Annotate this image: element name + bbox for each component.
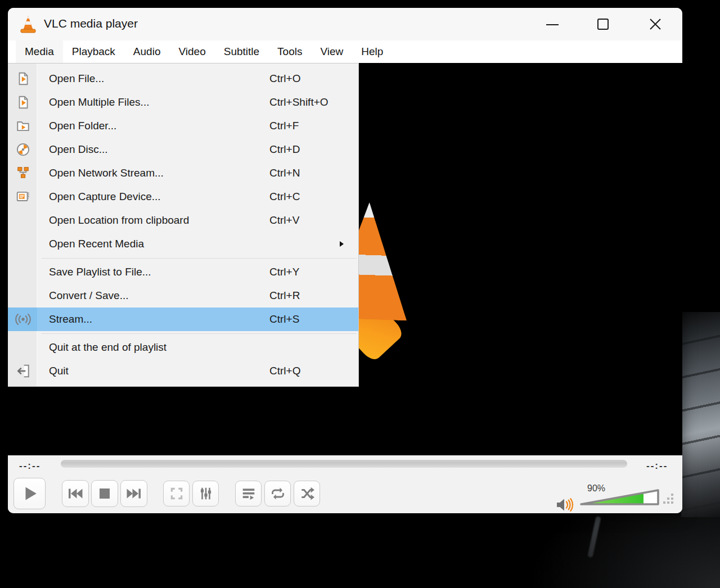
- menu-item-open-location-from-clipboard[interactable]: Open Location from clipboard Ctrl+V: [8, 209, 358, 232]
- menu-item-label: Stream...: [49, 313, 92, 325]
- folder-icon: [15, 118, 31, 134]
- menubar-item-help[interactable]: Help: [352, 40, 392, 63]
- menubar-item-playback[interactable]: Playback: [63, 40, 124, 63]
- menu-item-label: Open Multiple Files...: [49, 96, 149, 108]
- menu-separator: [8, 331, 358, 336]
- media-dropdown-menu: Open File... Ctrl+O Open Multiple Files.…: [8, 63, 359, 387]
- vlc-window: VLC media player Media Playback Audio Vi…: [8, 8, 682, 513]
- vlc-cone-icon: [20, 15, 36, 33]
- menu-item-open-multiple-files[interactable]: Open Multiple Files... Ctrl+Shift+O: [8, 91, 358, 114]
- elapsed-time: --:--: [19, 460, 40, 472]
- network-icon: [15, 165, 31, 181]
- play-button[interactable]: [14, 478, 46, 509]
- next-icon: [125, 487, 142, 500]
- shuffle-icon: [300, 486, 314, 501]
- menu-item-label: Open Disc...: [49, 143, 108, 156]
- menu-item-label: Open Recent Media: [49, 238, 144, 250]
- close-icon: [649, 18, 662, 30]
- quit-icon: [15, 363, 31, 379]
- menu-bar: Media Playback Audio Video Subtitle Tool…: [8, 40, 682, 63]
- menu-item-shortcut: Ctrl+R: [269, 290, 300, 302]
- menubar-item-tools[interactable]: Tools: [268, 40, 311, 63]
- menubar-item-audio[interactable]: Audio: [124, 40, 170, 63]
- menu-item-label: Open Network Stream...: [49, 167, 164, 179]
- resize-grip[interactable]: [662, 492, 674, 507]
- menubar-item-subtitle[interactable]: Subtitle: [215, 40, 268, 63]
- menu-item-label: Open Capture Device...: [49, 191, 161, 203]
- menu-item-shortcut: Ctrl+Shift+O: [269, 96, 328, 108]
- menubar-item-media[interactable]: Media: [16, 40, 63, 63]
- file-play-icon: [15, 71, 31, 87]
- equalizer-icon: [199, 486, 213, 501]
- previous-button[interactable]: [62, 480, 89, 507]
- menu-item-quit[interactable]: Quit Ctrl+Q: [8, 359, 358, 383]
- menu-item-shortcut: Ctrl+Y: [269, 266, 299, 278]
- loop-icon: [270, 486, 286, 501]
- menu-item-shortcut: Ctrl+F: [269, 120, 299, 132]
- stop-button[interactable]: [91, 480, 118, 507]
- menu-item-label: Save Playlist to File...: [49, 266, 151, 278]
- menu-item-open-recent-media[interactable]: Open Recent Media: [8, 232, 358, 256]
- menu-item-label: Open Folder...: [49, 120, 116, 132]
- disc-icon: [15, 142, 31, 157]
- menu-item-shortcut: Ctrl+D: [269, 143, 300, 156]
- menu-item-shortcut: Ctrl+O: [269, 73, 300, 85]
- capture-card-icon: [15, 189, 31, 205]
- previous-icon: [67, 487, 84, 500]
- menu-item-label: Quit: [49, 365, 69, 377]
- menu-item-convert-save[interactable]: Convert / Save... Ctrl+R: [8, 284, 358, 307]
- broadcast-icon: [12, 311, 34, 327]
- next-button[interactable]: [120, 480, 147, 507]
- menu-item-quit-at-end-of-playlist[interactable]: Quit at the end of playlist: [8, 336, 358, 359]
- minimize-button[interactable]: [539, 8, 565, 40]
- menu-item-save-playlist[interactable]: Save Playlist to File... Ctrl+Y: [8, 260, 358, 284]
- maximize-icon: [597, 19, 609, 30]
- total-time: --:--: [646, 460, 668, 472]
- playlist-button[interactable]: [235, 481, 262, 506]
- menu-item-shortcut: Ctrl+S: [269, 313, 299, 325]
- loop-button[interactable]: [264, 481, 291, 506]
- play-icon: [21, 485, 38, 502]
- menu-item-label: Convert / Save...: [49, 290, 129, 302]
- menu-item-open-file[interactable]: Open File... Ctrl+O: [8, 67, 358, 91]
- maximize-button[interactable]: [590, 8, 616, 40]
- menu-item-label: Open Location from clipboard: [49, 214, 189, 227]
- close-button[interactable]: [642, 8, 668, 40]
- file-play-icon: [15, 94, 31, 110]
- seek-bar[interactable]: [61, 460, 627, 468]
- menu-item-open-folder[interactable]: Open Folder... Ctrl+F: [8, 114, 358, 138]
- volume-slider[interactable]: [578, 487, 662, 507]
- shuffle-button[interactable]: [294, 481, 320, 506]
- speaker-icon[interactable]: [555, 497, 575, 513]
- stop-icon: [100, 489, 110, 499]
- menu-item-label: Quit at the end of playlist: [49, 341, 166, 354]
- menu-item-open-capture-device[interactable]: Open Capture Device... Ctrl+C: [8, 185, 358, 209]
- menu-item-shortcut: Ctrl+N: [269, 167, 300, 179]
- equalizer-button[interactable]: [192, 481, 219, 506]
- menubar-item-view[interactable]: View: [311, 40, 352, 63]
- transport-bar: --:-- --:-- 90%: [8, 455, 682, 513]
- menu-item-stream[interactable]: Stream... Ctrl+S: [8, 307, 358, 331]
- menu-item-label: Open File...: [49, 73, 104, 85]
- menu-item-shortcut: Ctrl+V: [269, 214, 299, 227]
- menu-item-open-disc[interactable]: Open Disc... Ctrl+D: [8, 138, 358, 161]
- fullscreen-button[interactable]: [163, 481, 190, 506]
- minimize-icon: [546, 24, 559, 25]
- submenu-arrow-icon: [340, 241, 344, 247]
- menu-item-shortcut: Ctrl+Q: [269, 365, 300, 377]
- menu-item-shortcut: Ctrl+C: [269, 191, 300, 203]
- window-title: VLC media player: [44, 17, 138, 30]
- playlist-icon: [241, 486, 256, 501]
- menubar-item-video[interactable]: Video: [169, 40, 214, 63]
- title-bar[interactable]: VLC media player: [8, 8, 682, 40]
- menu-separator: [8, 256, 358, 260]
- fullscreen-icon: [169, 486, 184, 501]
- menu-item-open-network-stream[interactable]: Open Network Stream... Ctrl+N: [8, 161, 358, 185]
